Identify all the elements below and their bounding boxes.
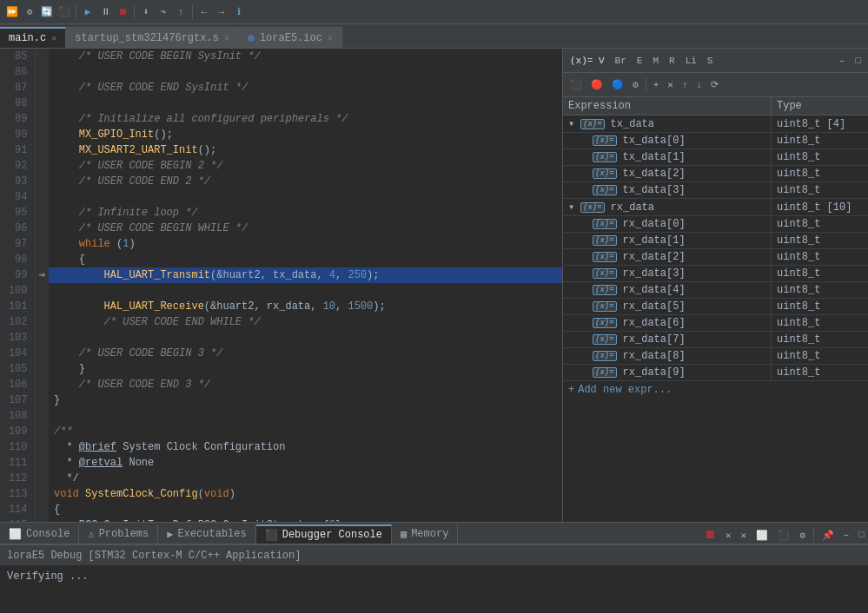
debug-maximize[interactable]: □ — [851, 54, 865, 68]
debug-tab-li[interactable]: Li — [682, 54, 700, 68]
debug-row-13[interactable]: (x)=rx_data[7]uint8_t0 '\0' — [563, 332, 868, 348]
debug-tab-m[interactable]: M — [649, 54, 662, 68]
debug-row-12[interactable]: (x)=rx_data[6]uint8_t0 '\0' — [563, 315, 868, 332]
tab-main-c[interactable]: main.c ✕ — [0, 27, 66, 48]
debug-btn-3[interactable]: 🔵 — [608, 77, 627, 92]
bottom-tab-problems[interactable]: ⚠ Problems — [79, 524, 158, 544]
debug-row-0[interactable]: ▾(x)=tx_datauint8_t [4]0x20000000 <tx_da… — [563, 115, 868, 133]
debug-row-5[interactable]: ▾(x)=rx_datauint8_t [10]0x2000002c <rx_d… — [563, 199, 868, 216]
debug-tab-br[interactable]: Br — [612, 54, 630, 68]
bottom-tab-console[interactable]: ⬜ Console — [0, 524, 79, 544]
line-gutter-99[interactable]: ⇒ — [35, 267, 49, 283]
bottom-minimize[interactable]: – — [840, 528, 853, 542]
toolbar-step-return[interactable]: ↑ — [173, 4, 189, 20]
line-gutter-106[interactable] — [35, 377, 49, 392]
line-gutter-115[interactable] — [35, 517, 49, 522]
toolbar-icon-2[interactable]: ⚙ — [22, 4, 37, 20]
line-gutter-91[interactable] — [35, 142, 49, 158]
bottom-btn-3[interactable]: ✕ — [738, 528, 751, 543]
debug-row-9[interactable]: (x)=rx_data[3]uint8_t0 '\0' — [563, 266, 868, 282]
debug-btn-1[interactable]: ⬛ — [567, 77, 586, 92]
debug-btn-8[interactable]: ↓ — [692, 78, 706, 92]
bottom-btn-2[interactable]: ✕ — [722, 528, 735, 543]
debug-rows-container[interactable]: ▾(x)=tx_datauint8_t [4]0x20000000 <tx_da… — [563, 115, 868, 522]
line-gutter-90[interactable] — [35, 127, 49, 142]
line-gutter-100[interactable] — [35, 283, 49, 299]
debug-minimize[interactable]: – — [836, 54, 849, 68]
debug-tab-e[interactable]: E — [633, 54, 646, 68]
line-gutter-112[interactable] — [35, 471, 49, 486]
bottom-maximize[interactable]: □ — [855, 528, 868, 542]
line-gutter-93[interactable] — [35, 174, 49, 189]
bottom-tab-debugger[interactable]: ⬛ Debugger Console — [256, 524, 392, 544]
debug-tab-xv[interactable]: (x)= V — [567, 54, 608, 68]
tab-main-c-close[interactable]: ✕ — [51, 33, 56, 43]
line-gutter-110[interactable] — [35, 439, 49, 455]
add-expression-row[interactable]: +Add new expr... — [563, 381, 868, 399]
debug-row-6[interactable]: (x)=rx_data[0]uint8_t0 '\0' — [563, 216, 868, 233]
debug-btn-4[interactable]: ⚙ — [629, 77, 642, 92]
toolbar-back[interactable]: ← — [196, 4, 212, 20]
debug-row-10[interactable]: (x)=rx_data[4]uint8_t0 '\0' — [563, 282, 868, 299]
bottom-btn-5[interactable]: ⬛ — [774, 528, 793, 543]
line-gutter-108[interactable] — [35, 408, 49, 424]
debug-btn-9[interactable]: ⟳ — [707, 77, 722, 92]
line-gutter-113[interactable] — [35, 486, 49, 502]
line-gutter-87[interactable] — [35, 80, 49, 96]
expand-icon-0[interactable]: ▾ — [568, 117, 577, 130]
debug-row-4[interactable]: (x)=tx_data[3]uint8_t10 '\n' — [563, 182, 868, 199]
toolbar-step-into[interactable]: ⬇ — [138, 4, 154, 20]
debug-row-11[interactable]: (x)=rx_data[5]uint8_t0 '\0' — [563, 299, 868, 315]
line-gutter-98[interactable] — [35, 252, 49, 267]
toolbar-suspend[interactable]: ⏸ — [97, 4, 113, 20]
tab-startup-close[interactable]: ✕ — [224, 33, 229, 43]
line-gutter-95[interactable] — [35, 205, 49, 221]
line-gutter-94[interactable] — [35, 189, 49, 205]
tab-lora[interactable]: loraE5.ioc ✕ — [239, 27, 342, 48]
line-gutter-85[interactable] — [35, 49, 49, 64]
debug-tab-r[interactable]: R — [666, 54, 679, 68]
debug-btn-6[interactable]: ✕ — [664, 77, 677, 92]
bottom-pin[interactable]: 📌 — [818, 528, 838, 543]
line-gutter-102[interactable] — [35, 314, 49, 330]
tab-startup[interactable]: startup_stm32l476rgtx.s ✕ — [66, 27, 239, 48]
toolbar-stop[interactable]: ⏹ — [115, 4, 130, 20]
bottom-btn-6[interactable]: ⚙ — [796, 528, 809, 543]
code-scroll-area[interactable]: 85 /* USER CODE BEGIN SysInit */86 87 /*… — [0, 49, 562, 522]
toolbar-step-over[interactable]: ↷ — [156, 4, 171, 20]
bottom-tab-executables[interactable]: ▶ Executables — [158, 524, 255, 544]
expand-icon-5[interactable]: ▾ — [568, 201, 577, 214]
debug-row-1[interactable]: (x)=tx_data[0]uint8_t65 'A' — [563, 133, 868, 149]
line-gutter-89[interactable] — [35, 111, 49, 127]
line-gutter-104[interactable] — [35, 346, 49, 361]
debug-tab-s[interactable]: S — [704, 54, 717, 68]
toolbar-icon-4[interactable]: ⬛ — [56, 4, 72, 20]
debug-row-15[interactable]: (x)=rx_data[9]uint8_t0 '\0' — [563, 365, 868, 381]
line-gutter-114[interactable] — [35, 502, 49, 517]
bottom-stop-btn[interactable]: ⏹ — [700, 526, 719, 544]
line-gutter-97[interactable] — [35, 236, 49, 252]
line-gutter-107[interactable] — [35, 392, 49, 408]
line-gutter-101[interactable] — [35, 299, 49, 314]
line-gutter-105[interactable] — [35, 361, 49, 377]
toolbar-icon-1[interactable]: ⏩ — [4, 4, 20, 20]
toolbar-info[interactable]: ℹ — [231, 4, 247, 20]
tab-lora-close[interactable]: ✕ — [328, 33, 333, 43]
debug-row-3[interactable]: (x)=tx_data[2]uint8_t13 '\r' — [563, 166, 868, 182]
toolbar-resume[interactable]: ▶ — [80, 4, 96, 20]
line-gutter-86[interactable] — [35, 64, 49, 80]
debug-row-14[interactable]: (x)=rx_data[8]uint8_t0 '\0' — [563, 348, 868, 365]
debug-row-8[interactable]: (x)=rx_data[2]uint8_t0 '\0' — [563, 249, 868, 266]
line-gutter-111[interactable] — [35, 455, 49, 471]
toolbar-icon-3[interactable]: 🔄 — [39, 4, 55, 20]
line-gutter-109[interactable] — [35, 424, 49, 439]
debug-row-2[interactable]: (x)=tx_data[1]uint8_t84 'T' — [563, 149, 868, 166]
debug-btn-5[interactable]: + — [650, 78, 663, 92]
debug-row-7[interactable]: (x)=rx_data[1]uint8_t0 '\0' — [563, 233, 868, 249]
line-gutter-103[interactable] — [35, 330, 49, 346]
debug-btn-7[interactable]: ↑ — [679, 78, 692, 92]
toolbar-fwd[interactable]: → — [214, 4, 229, 20]
debug-btn-2[interactable]: 🔴 — [587, 77, 606, 92]
line-gutter-92[interactable] — [35, 158, 49, 174]
line-gutter-96[interactable] — [35, 221, 49, 236]
